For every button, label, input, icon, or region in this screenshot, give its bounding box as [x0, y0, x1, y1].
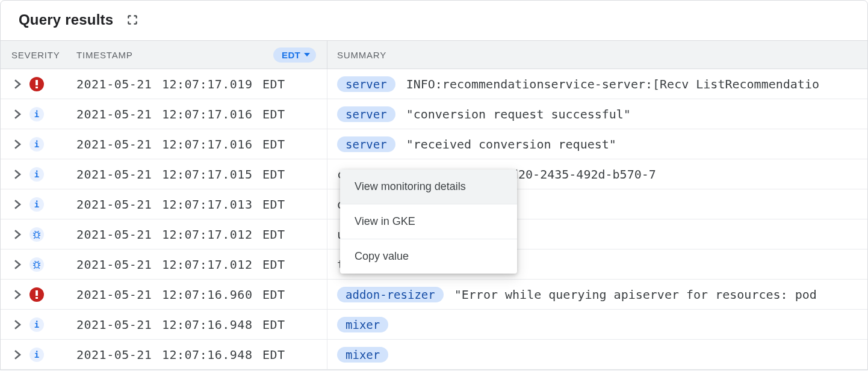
cell-summary: mixer [327, 310, 867, 339]
panel-header: Query results [1, 1, 867, 40]
cell-severity: i [1, 317, 66, 332]
cell-severity: i [1, 137, 66, 152]
expand-row-icon[interactable] [14, 170, 21, 179]
svg-rect-1 [36, 87, 38, 88]
col-header-summary[interactable]: SUMMARY [327, 41, 867, 69]
cell-timestamp: 2021-05-21 12:07:17.012 EDT [66, 250, 327, 279]
expand-row-icon[interactable] [14, 139, 21, 149]
cell-summary: mixer [327, 340, 867, 369]
chevron-down-icon [304, 53, 310, 57]
source-chip[interactable]: server [337, 76, 395, 92]
context-menu: View monitoring details View in GKE Copy… [340, 170, 517, 274]
severity-error-icon [29, 287, 44, 302]
expand-row-icon[interactable] [14, 290, 21, 299]
severity-info-icon: i [29, 167, 44, 182]
log-row[interactable]: i2021-05-21 12:07:16.948 EDTmixer [1, 310, 867, 340]
cell-timestamp: 2021-05-21 12:07:16.948 EDT [66, 340, 327, 369]
severity-debug-icon [29, 257, 44, 272]
svg-rect-0 [36, 80, 38, 85]
severity-info-icon: i [29, 137, 44, 152]
expand-row-icon[interactable] [14, 79, 21, 89]
log-row[interactable]: 2021-05-21 12:07:17.019 EDTserverINFO:re… [1, 69, 867, 99]
cell-timestamp: 2021-05-21 12:07:17.019 EDT [66, 69, 327, 99]
severity-error-icon [29, 77, 44, 91]
svg-point-3 [35, 262, 39, 268]
cell-severity: i [1, 167, 66, 182]
log-message: "Error while querying apiserver for reso… [454, 287, 817, 302]
cell-severity [1, 287, 66, 302]
cell-timestamp: 2021-05-21 12:07:17.016 EDT [66, 129, 327, 159]
log-row[interactable]: i2021-05-21 12:07:17.016 EDTserver"conve… [1, 99, 867, 129]
expand-row-icon[interactable] [14, 260, 21, 269]
cell-severity [1, 227, 66, 242]
col-header-timestamp-label[interactable]: TIMESTAMP [76, 50, 133, 60]
expand-row-icon[interactable] [14, 230, 21, 239]
cell-severity: i [1, 348, 66, 362]
cell-timestamp: 2021-05-21 12:07:17.013 EDT [66, 189, 327, 219]
col-header-timestamp: TIMESTAMP EDT [66, 41, 327, 69]
timezone-chip[interactable]: EDT [273, 47, 316, 63]
severity-info-icon: i [29, 317, 44, 332]
log-message: "conversion request successful" [406, 107, 631, 121]
expand-row-icon[interactable] [14, 109, 21, 119]
menu-item-copy-value[interactable]: Copy value [340, 239, 517, 274]
log-message: INFO:recommendationservice-server:[Recv … [406, 77, 819, 91]
col-header-severity[interactable]: SEVERITY [1, 50, 66, 60]
cell-severity: i [1, 107, 66, 121]
cell-summary: server"conversion request successful" [327, 99, 867, 129]
timezone-label: EDT [282, 50, 300, 60]
source-chip[interactable]: mixer [337, 317, 388, 332]
cell-summary: addon-resizer"Error while querying apise… [327, 280, 867, 309]
severity-debug-icon [29, 227, 44, 242]
log-message: "received conversion request" [406, 137, 616, 152]
cell-severity: i [1, 197, 66, 212]
cell-summary: server"received conversion request" [327, 129, 867, 159]
svg-rect-4 [36, 290, 38, 296]
menu-item-view-gke[interactable]: View in GKE [340, 204, 517, 239]
table-header: SEVERITY TIMESTAMP EDT SUMMARY [1, 40, 867, 69]
cell-severity [1, 257, 66, 272]
source-chip[interactable]: mixer [337, 347, 388, 363]
log-row[interactable]: 2021-05-21 12:07:16.960 EDTaddon-resizer… [1, 280, 867, 310]
expand-row-icon[interactable] [14, 350, 21, 360]
cell-timestamp: 2021-05-21 12:07:17.015 EDT [66, 159, 327, 189]
expand-icon[interactable] [126, 14, 138, 26]
cell-timestamp: 2021-05-21 12:07:16.948 EDT [66, 310, 327, 339]
menu-item-view-monitoring[interactable]: View monitoring details [340, 170, 517, 204]
cell-timestamp: 2021-05-21 12:07:17.012 EDT [66, 219, 327, 249]
svg-rect-5 [36, 297, 38, 299]
source-chip[interactable]: server [337, 136, 395, 152]
panel-title: Query results [19, 11, 113, 28]
cell-severity [1, 77, 66, 91]
cell-timestamp: 2021-05-21 12:07:17.016 EDT [66, 99, 327, 129]
severity-info-icon: i [29, 107, 44, 121]
cell-timestamp: 2021-05-21 12:07:16.960 EDT [66, 280, 327, 309]
source-chip[interactable]: server [337, 106, 395, 122]
severity-info-icon: i [29, 348, 44, 362]
source-chip[interactable]: addon-resizer [337, 287, 444, 302]
log-row[interactable]: i2021-05-21 12:07:17.016 EDTserver"recei… [1, 129, 867, 159]
expand-row-icon[interactable] [14, 320, 21, 329]
expand-row-icon[interactable] [14, 200, 21, 209]
log-row[interactable]: i2021-05-21 12:07:16.948 EDTmixer [1, 340, 867, 370]
severity-info-icon: i [29, 197, 44, 212]
cell-summary: serverINFO:recommendationservice-server:… [327, 69, 867, 99]
svg-point-2 [35, 232, 39, 237]
